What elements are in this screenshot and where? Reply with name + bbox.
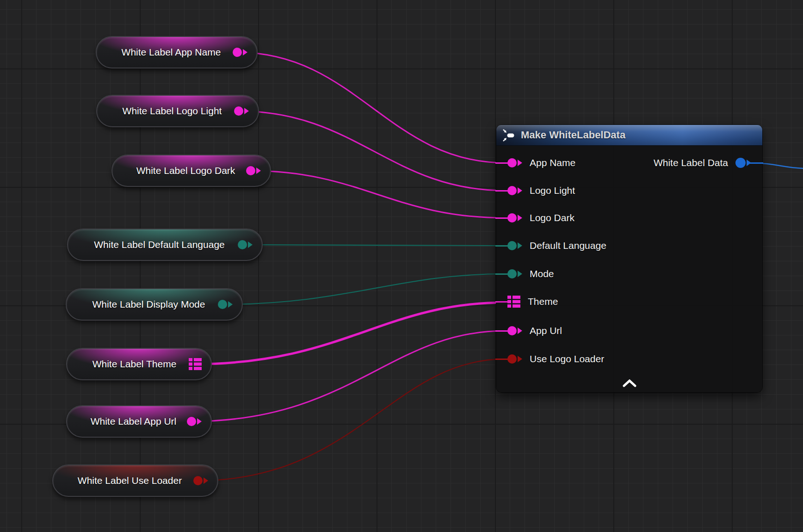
wire-stub bbox=[495, 273, 509, 275]
wire-stub bbox=[495, 301, 509, 303]
pin-arrow bbox=[197, 418, 202, 425]
input-pin-string[interactable] bbox=[507, 186, 522, 195]
input-pin-string[interactable] bbox=[507, 158, 522, 167]
getter-label: White Label App Name bbox=[110, 47, 233, 58]
pin-arrow bbox=[518, 160, 522, 166]
wire-stub bbox=[495, 330, 509, 332]
pin-row-logo-dark: Logo Dark bbox=[496, 210, 574, 225]
pin-label: Mode bbox=[530, 268, 554, 279]
pin-circle bbox=[246, 166, 255, 175]
pin-arrow bbox=[228, 301, 233, 308]
wire-display-mode[interactable] bbox=[222, 274, 505, 304]
pin-label: Logo Light bbox=[530, 185, 575, 196]
node-title: Make WhiteLabelData bbox=[521, 129, 625, 141]
output-pin-string[interactable] bbox=[234, 106, 249, 116]
wire-stub bbox=[495, 190, 509, 192]
getter-label: White Label App Url bbox=[80, 416, 187, 427]
input-pin-bool[interactable] bbox=[507, 354, 522, 364]
pin-label: White Label Data bbox=[654, 157, 728, 168]
input-pin-string[interactable] bbox=[507, 326, 522, 335]
pin-arrow bbox=[244, 108, 249, 114]
getter-label: White Label Theme bbox=[80, 359, 189, 370]
getter-node-white-label-app-name[interactable]: White Label App Name bbox=[96, 36, 258, 68]
getter-node-white-label-use-loader[interactable]: White Label Use Loader bbox=[52, 464, 218, 497]
wire-logo-light[interactable] bbox=[238, 111, 505, 191]
pin-label: Default Language bbox=[530, 240, 606, 251]
pin-circle bbox=[187, 417, 196, 426]
getter-node-white-label-app-url[interactable]: White Label App Url bbox=[66, 405, 212, 438]
pin-row-white-label-data: White Label Data bbox=[654, 155, 762, 170]
pin-arrow bbox=[518, 271, 522, 277]
pin-circle bbox=[233, 48, 242, 57]
pin-label: App Url bbox=[530, 325, 562, 336]
getter-label: White Label Use Loader bbox=[66, 475, 193, 486]
make-struct-icon bbox=[503, 129, 515, 142]
node-header[interactable]: Make WhiteLabelData bbox=[496, 125, 762, 146]
wire-logo-dark[interactable] bbox=[250, 171, 505, 218]
pin-circle bbox=[234, 106, 243, 116]
wire-app-url[interactable] bbox=[191, 331, 505, 421]
pin-arrow bbox=[518, 242, 522, 249]
pin-arrow bbox=[518, 356, 522, 362]
chevron-up-icon bbox=[622, 379, 637, 387]
pin-label: Logo Dark bbox=[530, 212, 574, 223]
getter-node-white-label-theme[interactable]: White Label Theme bbox=[66, 348, 212, 380]
getter-node-white-label-display-mode[interactable]: White Label Display Mode bbox=[66, 288, 243, 321]
struct-pin-icon bbox=[507, 295, 520, 308]
pin-arrow bbox=[256, 167, 261, 174]
getter-label: White Label Display Mode bbox=[80, 299, 218, 310]
pin-arrow bbox=[518, 328, 522, 334]
input-pin-struct[interactable] bbox=[507, 295, 520, 308]
pin-circle bbox=[238, 240, 247, 249]
make-whitelabeldata-node[interactable]: Make WhiteLabelData App Name Logo Light … bbox=[496, 125, 762, 392]
output-pin-string[interactable] bbox=[233, 48, 247, 57]
pin-row-theme: Theme bbox=[496, 294, 558, 309]
wire-app-name[interactable] bbox=[237, 52, 505, 163]
pin-arrow bbox=[204, 477, 208, 484]
pin-row-logo-light: Logo Light bbox=[496, 183, 575, 198]
wire-stub bbox=[749, 162, 763, 164]
output-pin-bool[interactable] bbox=[193, 476, 208, 485]
pin-row-use-logo-loader: Use Logo Loader bbox=[496, 352, 604, 366]
pin-circle bbox=[193, 476, 203, 485]
pin-label: App Name bbox=[530, 157, 575, 168]
input-pin-enum[interactable] bbox=[507, 241, 522, 250]
pin-row-app-name: App Name bbox=[496, 155, 575, 170]
getter-label: White Label Logo Light bbox=[110, 105, 234, 117]
pin-label: Theme bbox=[528, 296, 558, 307]
wire-use-loader[interactable] bbox=[198, 359, 505, 481]
getter-node-white-label-logo-light[interactable]: White Label Logo Light bbox=[96, 95, 259, 127]
pin-circle bbox=[218, 300, 227, 309]
pin-row-app-url: App Url bbox=[496, 323, 562, 338]
output-pin-enum[interactable] bbox=[218, 300, 233, 309]
output-pin-enum[interactable] bbox=[238, 240, 253, 249]
output-pin-string[interactable] bbox=[246, 166, 261, 175]
pin-arrow bbox=[248, 241, 253, 248]
input-pin-string[interactable] bbox=[507, 213, 522, 223]
output-pin-struct[interactable] bbox=[735, 158, 751, 168]
pin-row-default-language: Default Language bbox=[496, 238, 606, 253]
blueprint-graph-canvas[interactable]: White Label App Name White Label Logo Li… bbox=[0, 0, 803, 532]
getter-label: White Label Default Language bbox=[81, 239, 238, 250]
pin-row-mode: Mode bbox=[496, 266, 554, 281]
wire-stub bbox=[495, 359, 509, 360]
getter-node-white-label-logo-dark[interactable]: White Label Logo Dark bbox=[111, 155, 271, 187]
pin-arrow bbox=[518, 187, 522, 194]
struct-pin-icon bbox=[189, 358, 202, 371]
output-pin-struct[interactable] bbox=[189, 358, 202, 371]
getter-node-white-label-default-language[interactable]: White Label Default Language bbox=[67, 229, 263, 261]
collapse-pins-button[interactable] bbox=[622, 378, 637, 388]
input-pin-enum[interactable] bbox=[507, 269, 522, 278]
pin-label: Use Logo Loader bbox=[530, 353, 604, 365]
wire-stub bbox=[495, 162, 509, 164]
pin-arrow bbox=[518, 215, 522, 221]
getter-label: White Label Logo Dark bbox=[125, 165, 246, 176]
output-pin-string[interactable] bbox=[187, 417, 202, 426]
wire-stub bbox=[495, 217, 509, 219]
pin-circle bbox=[735, 158, 746, 168]
wire-stub bbox=[495, 245, 509, 247]
pin-arrow bbox=[243, 49, 247, 56]
wire-default-language[interactable] bbox=[242, 245, 505, 246]
